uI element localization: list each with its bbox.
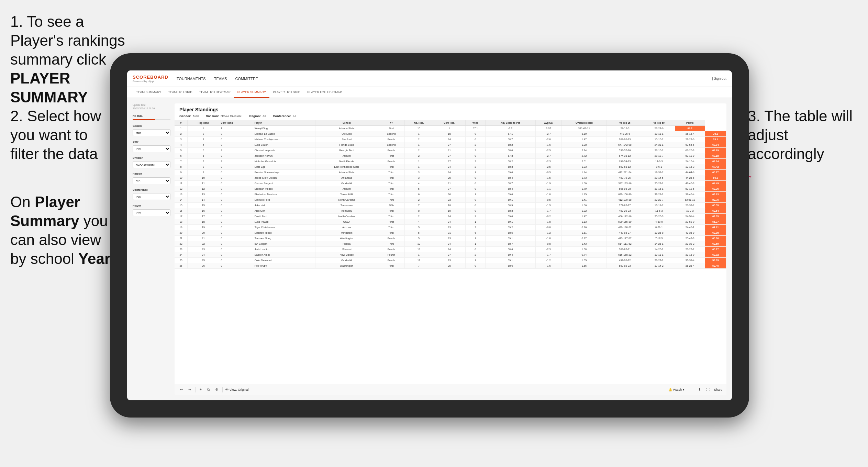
no-rds-slider[interactable] xyxy=(133,119,170,120)
table-row[interactable]: 990Preston SummerhaysArizona StateThird3… xyxy=(175,170,726,175)
conference-select[interactable]: (All) xyxy=(133,193,170,200)
col-points[interactable]: Points xyxy=(675,120,705,126)
col-wins[interactable]: Wins xyxy=(466,120,485,126)
cell-13-5: Third xyxy=(378,197,404,203)
col-conf-rank[interactable]: Conf Rank xyxy=(219,120,253,126)
cell-2-11: 1.47 xyxy=(561,137,607,142)
table-row[interactable]: 21210Taehoon SongWashingtonFourth523169.… xyxy=(175,236,726,241)
cell-8-7: 24 xyxy=(433,170,466,175)
cell-3-0: 4 xyxy=(175,142,188,148)
table-row[interactable]: 10100Jacob Skov OlesenArkansasFifth32506… xyxy=(175,175,726,181)
table-row[interactable]: 23230Jack LundinMissouriFourth1124068.6-… xyxy=(175,247,726,252)
table-row[interactable]: 22220Ian GilliganFloridaThird1024168.7-0… xyxy=(175,241,726,247)
region-select[interactable]: N/A xyxy=(133,177,170,184)
cell-25-14: 35-26-4 xyxy=(675,263,705,269)
table-row[interactable]: 14140Maxwell FordNorth CarolinaThird2230… xyxy=(175,197,726,203)
table-row[interactable]: 220Michael La SassoOle MissSecond118067.… xyxy=(175,131,726,137)
table-row[interactable]: 772Nicholas GabrelcikNorth FloridaFourth… xyxy=(175,159,726,164)
cell-6-6: 1 xyxy=(404,159,433,164)
col-overall-record[interactable]: Overall Record xyxy=(561,120,607,126)
table-row[interactable]: 12120Brendan ValdesAuburnFifth537068.4-1… xyxy=(175,186,726,192)
table-row[interactable]: 660Jackson KoivunAuburnFirst227067.3-2.7… xyxy=(175,153,726,159)
cell-21-3: Ian Gilligan xyxy=(253,241,315,247)
col-player[interactable]: Player xyxy=(253,120,315,126)
col-conf-rds[interactable]: Conf Rds. xyxy=(433,120,466,126)
cell-19-8: 6 xyxy=(466,230,485,236)
cell-9-15: 66.8 xyxy=(705,175,726,181)
cell-18-2: 0 xyxy=(219,225,253,230)
view-original-button[interactable]: 👁 View: Original xyxy=(225,388,248,391)
table-row[interactable]: 24240Bastien AmatNew MexicoFourth127269.… xyxy=(175,252,726,258)
copy-button[interactable]: ⧉ xyxy=(206,387,211,392)
table-row[interactable]: 17170David FordNorth CarolinaThird224969… xyxy=(175,214,726,219)
share-button[interactable]: Share xyxy=(714,388,722,391)
watch-button[interactable]: 🔔 Watch ▾ xyxy=(668,388,685,391)
cell-2-6: 2 xyxy=(404,137,433,142)
year-select[interactable]: (All) xyxy=(133,145,170,152)
table-row[interactable]: 13130Phichaksn MaichonTexas A&MThird6301… xyxy=(175,192,726,197)
nav-teams[interactable]: TEAMS xyxy=(214,75,227,82)
subnav-team-summary[interactable]: TEAM SUMMARY xyxy=(133,87,165,98)
subnav-team-h2h-grid[interactable]: TEAM H2H GRID xyxy=(165,87,196,98)
cell-22-6: 11 xyxy=(404,247,433,252)
col-vs-top25[interactable]: Vs Top 25 xyxy=(607,120,643,126)
download-button[interactable]: ⬇ xyxy=(697,387,702,392)
cell-25-1: 26 xyxy=(188,263,219,269)
table-row[interactable]: 11110Gordon SargentVanderbiltThird421068… xyxy=(175,181,726,186)
col-vs-top50[interactable]: Vs Top 50 xyxy=(643,120,675,126)
cell-18-10: -0.8 xyxy=(535,225,561,230)
subnav-team-h2h-heatmap[interactable]: TEAM H2H HEATMAP xyxy=(196,87,234,98)
undo-button[interactable]: ↩ xyxy=(179,387,184,392)
cell-4-12: 533-57-16 xyxy=(607,148,643,153)
update-time: Update time: 27/03/2024 16:56:26 xyxy=(133,103,170,110)
col-yr[interactable]: Yr xyxy=(378,120,404,126)
table-row[interactable]: 440Luke ClatonFlorida StateSecond127268.… xyxy=(175,142,726,148)
table-row[interactable]: 20200Matthew RiedelVanderbiltFifth531668… xyxy=(175,230,726,236)
subnav-player-h2h-grid[interactable]: PLAYER H2H GRID xyxy=(269,87,304,98)
gender-select[interactable]: Men xyxy=(133,129,170,136)
cell-24-10: -1.2 xyxy=(535,258,561,263)
cell-4-6: 2 xyxy=(404,148,433,153)
cell-22-12: 309-82-21 xyxy=(607,247,643,252)
nav-tournaments[interactable]: TOURNAMENTS xyxy=(177,75,206,82)
subnav-player-summary[interactable]: PLAYER SUMMARY xyxy=(234,87,269,98)
cell-11-0: 12 xyxy=(175,186,188,192)
settings-button[interactable]: ⚙ xyxy=(214,387,220,392)
table-row[interactable]: 25250Cole SherwoodVanderbiltFourth122316… xyxy=(175,258,726,263)
fullscreen-button[interactable]: ⛶ xyxy=(705,387,711,392)
nav-committee[interactable]: COMMITTEE xyxy=(235,75,258,82)
col-reg-rank[interactable]: Reg Rank xyxy=(188,120,219,126)
cell-10-8: 0 xyxy=(466,181,485,186)
cell-6-15: 68.14 xyxy=(705,159,726,164)
table-row[interactable]: 15150Jake HallTennesseeFifth718068.5-1.5… xyxy=(175,203,726,208)
cell-17-8: 1 xyxy=(466,219,485,225)
cell-8-8: 1 xyxy=(466,170,485,175)
table-row[interactable]: 18180Luke PowellUCLAFirst424169.1-1.81.1… xyxy=(175,219,726,225)
player-select[interactable]: (All) xyxy=(133,209,170,216)
table-row[interactable]: 880Mats EgeEast Tennessee StateFifth1242… xyxy=(175,164,726,170)
sign-out-link[interactable]: | Sign out xyxy=(712,77,726,80)
cell-8-3: Preston Summerhays xyxy=(253,170,315,175)
col-avg-sg[interactable]: Avg SG xyxy=(535,120,561,126)
table-row[interactable]: 330Michael ThorbjornsenStanfordFourth224… xyxy=(175,137,726,142)
cell-15-11: 1.92 xyxy=(561,208,607,214)
redo-button[interactable]: ↪ xyxy=(187,387,192,392)
table-row[interactable]: 552Christo LamprechtGeorgia TechFourth22… xyxy=(175,148,726,153)
table-row[interactable]: 111Wenyi DingArizona StateFirst15167.1-3… xyxy=(175,126,726,131)
col-school[interactable]: School xyxy=(315,120,378,126)
cell-3-7: 27 xyxy=(433,142,466,148)
cell-17-5: First xyxy=(378,219,404,225)
cell-11-11: 1.79 xyxy=(561,186,607,192)
table-row[interactable]: 19190Tiger ChristensenArizonaThird523269… xyxy=(175,225,726,230)
table-row[interactable]: 16160Alex GoffKentuckyFifth819068.3-1.71… xyxy=(175,208,726,214)
cell-23-12: 616-168-22 xyxy=(607,252,643,258)
cell-7-2: 0 xyxy=(219,164,253,170)
add-button[interactable]: + xyxy=(198,387,203,392)
col-adj-score[interactable]: Adj. Score to Par xyxy=(485,120,535,126)
col-no-rds[interactable]: No. Rds. xyxy=(404,120,433,126)
cell-15-8: 0 xyxy=(466,208,485,214)
division-select[interactable]: NCAA Division I xyxy=(133,161,170,168)
cell-6-9: 68.2 xyxy=(485,159,535,164)
table-row[interactable]: 26260Petr HrubyWashingtonFifth725068.6-1… xyxy=(175,263,726,269)
subnav-player-h2h-heatmap[interactable]: PLAYER H2H HEATMAP xyxy=(304,87,345,98)
